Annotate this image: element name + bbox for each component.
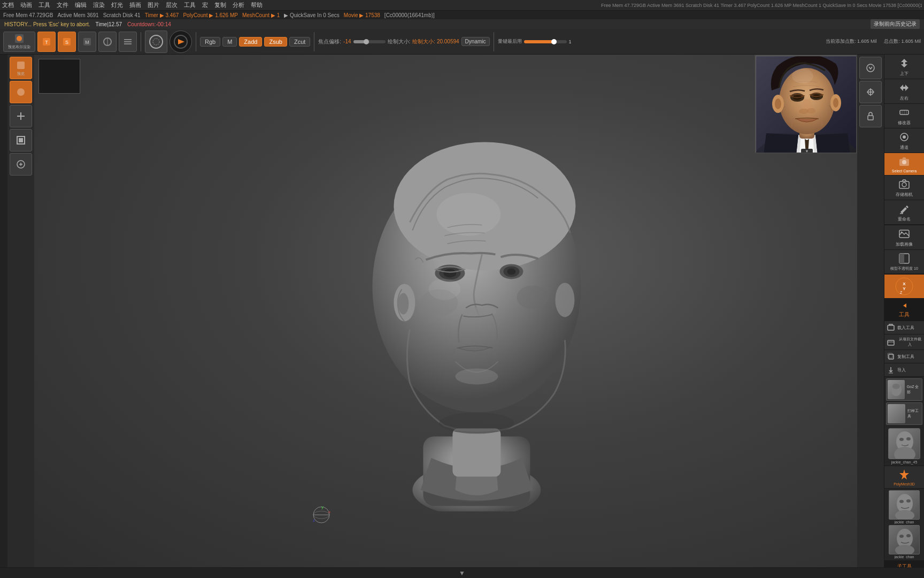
- subtool-title-btn[interactable]: 子工具: [884, 561, 924, 567]
- vl-tool-1[interactable]: 预览: [10, 57, 32, 79]
- focal-shift-slider[interactable]: [353, 40, 386, 43]
- viewport[interactable]: ▼ x y z: [34, 55, 857, 567]
- xyz-gizmo-icon: X Y Z: [895, 277, 914, 296]
- load-image-btn[interactable]: 加载画像: [884, 225, 924, 250]
- vr-tool-1[interactable]: [859, 57, 882, 79]
- store-camera-btn[interactable]: 存储相机: [884, 176, 924, 200]
- zsub-btn[interactable]: Zsub: [264, 37, 287, 47]
- menu-item-file[interactable]: 文件: [57, 1, 68, 9]
- store-camera-icon: [898, 178, 911, 191]
- svg-point-101: [899, 438, 904, 441]
- dynamic-btn[interactable]: Dynamic: [461, 37, 490, 46]
- vl-tool-4[interactable]: [10, 129, 32, 151]
- record-btn[interactable]: [170, 31, 192, 53]
- recent-count-label: 当前添加点数: 1.605 Mil: [826, 38, 877, 45]
- toolbar-sep-2: [196, 32, 196, 51]
- menu-item-analyze[interactable]: 分析: [233, 1, 244, 9]
- zcut-btn[interactable]: Zcut: [289, 37, 310, 47]
- vl-icon-2: [16, 87, 26, 97]
- last-used-label: 量键最后用: [498, 38, 522, 45]
- view-lr-icon: [898, 81, 911, 94]
- thumbnail-silhouette: [43, 62, 75, 91]
- menu-item-light[interactable]: 灯光: [111, 1, 123, 9]
- subtool-item-2[interactable]: jackie_chan: [886, 525, 922, 559]
- load-tool-btn[interactable]: 载入工具: [884, 321, 924, 334]
- menu-item-edit[interactable]: 编辑: [75, 1, 87, 9]
- svg-point-102: [906, 437, 911, 440]
- bottom-triangle[interactable]: ▼: [459, 569, 465, 577]
- tools-section-title[interactable]: 工具: [884, 299, 924, 321]
- history-bar: HISTORY... Press 'Esc' key to abort. Tim…: [0, 19, 924, 29]
- adjust-slider[interactable]: [524, 40, 567, 43]
- tool-btn-1[interactable]: T: [37, 32, 56, 52]
- xyz-gizmo-btn[interactable]: X Y Z: [884, 275, 924, 299]
- toolbar-sep-3: [314, 32, 314, 51]
- select-camera-btn[interactable]: Select Camera: [884, 153, 924, 176]
- menu-item-doc[interactable]: 文档: [2, 1, 14, 9]
- menu-item-illus[interactable]: 插画: [129, 1, 141, 9]
- svg-point-43: [436, 193, 500, 235]
- tool-btn-4[interactable]: [98, 32, 117, 52]
- svg-rect-19: [19, 138, 23, 142]
- reference-photo-image: ▼: [756, 56, 857, 154]
- brush-circle-btn[interactable]: [145, 31, 167, 53]
- preview-render-btn[interactable]: 预览布尔渲染: [3, 32, 35, 52]
- poly-count-status: PolyCount ▶ 1.626 MP: [183, 12, 238, 18]
- zadd-btn[interactable]: Zadd: [239, 37, 262, 47]
- svg-text:z: z: [313, 518, 315, 523]
- tool-btn-3[interactable]: M: [78, 32, 96, 52]
- m-btn[interactable]: M: [222, 37, 237, 47]
- subtool-item-1[interactable]: jackie_chan: [886, 490, 922, 524]
- history-time: Time|12.57: [96, 21, 122, 27]
- free-mem-status: Free Mem 47.729GB: [3, 12, 53, 18]
- load-tool-icon: [887, 323, 895, 332]
- menu-item-tool2[interactable]: 工具: [184, 1, 196, 9]
- draw-size-label: 绘制大小:: [388, 38, 411, 45]
- goz-btn[interactable]: GoZ 全部: [886, 378, 922, 401]
- print-tool-btn[interactable]: 打样工具: [886, 402, 922, 425]
- channel-icon: [898, 131, 911, 143]
- rgb-btn[interactable]: Rgb: [200, 37, 220, 47]
- menu-item-image[interactable]: 图片: [148, 1, 159, 9]
- menu-item-tools[interactable]: 工具: [38, 1, 50, 9]
- record-icon: [173, 34, 189, 50]
- menu-item-anim[interactable]: 动画: [20, 1, 32, 9]
- load-from-project-btn[interactable]: 从项目文件载入: [884, 334, 924, 350]
- menu-item-macro[interactable]: 宏: [202, 1, 208, 9]
- vr-tool-2[interactable]: [859, 81, 882, 103]
- menu-item-help[interactable]: 帮助: [251, 1, 263, 9]
- subtool-1-thumb: [889, 490, 920, 520]
- polymesh3d-btn[interactable]: PolyMesh3D: [884, 466, 924, 489]
- movie-status: Movie ▶ 17538: [344, 12, 380, 18]
- vl-tool-3[interactable]: [10, 105, 32, 127]
- menu-bar: 文档 动画 工具 文件 编辑 渲染 灯光 插画 图片 层次 工具 宏 复制 分析…: [0, 0, 924, 11]
- modifier-btn[interactable]: 修改器: [884, 104, 924, 128]
- opacity-btn[interactable]: 模型不透明度 10: [884, 250, 924, 274]
- menu-item-render[interactable]: 渲染: [93, 1, 105, 9]
- mesh-count-status: MeshCount ▶ 1: [242, 12, 280, 18]
- svg-point-106: [895, 510, 914, 520]
- history-countdown: Countdown:-00:14: [127, 21, 171, 27]
- adjust-value: 1: [569, 39, 572, 44]
- import-btn[interactable]: 导入: [884, 363, 924, 377]
- vl-tool-5[interactable]: [10, 153, 32, 176]
- svg-point-22: [50, 79, 69, 91]
- tool-btn-2[interactable]: S: [58, 32, 76, 52]
- view-lr-btn[interactable]: 左右: [884, 79, 924, 104]
- tool-btn-5[interactable]: [119, 32, 137, 52]
- rename-btn[interactable]: 重命名: [884, 200, 924, 225]
- jackie-chan-tool-item[interactable]: jackie_chan_45: [884, 427, 924, 466]
- view-ud-btn[interactable]: 上下: [884, 55, 924, 79]
- svg-point-104: [899, 500, 904, 503]
- lock-btn[interactable]: [859, 105, 882, 127]
- svg-rect-16: [17, 62, 25, 69]
- svg-rect-12: [124, 43, 132, 44]
- menu-item-copy[interactable]: 复制: [214, 1, 226, 9]
- vr-icon-2: [865, 87, 876, 97]
- svg-point-37: [455, 368, 498, 384]
- menu-item-layer[interactable]: 层次: [166, 1, 178, 9]
- svg-point-79: [903, 135, 906, 139]
- copy-tool-btn[interactable]: 复制工具: [884, 350, 924, 363]
- vl-tool-2[interactable]: [10, 81, 32, 103]
- channel-btn[interactable]: 通道: [884, 128, 924, 153]
